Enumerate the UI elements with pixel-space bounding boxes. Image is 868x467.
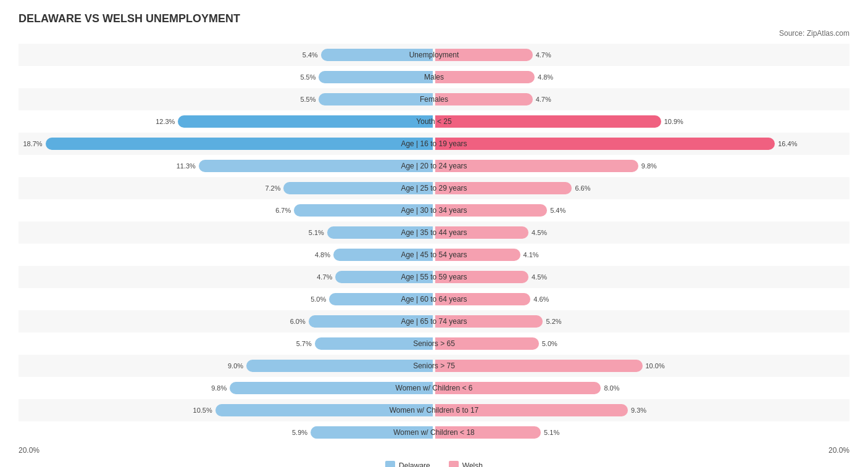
chart-row: 4.7%4.5%Age | 55 to 59 years [19,266,849,288]
legend-welsh: Welsh [449,461,483,467]
value-right: 9.8% [641,162,657,170]
bar-blue [178,115,433,128]
bar-blue [321,49,433,61]
bar-pink [435,226,528,239]
value-left: 6.0% [290,318,306,325]
bar-pink [435,204,547,217]
value-left: 5.1% [309,229,324,236]
value-right: 10.0% [646,362,665,370]
legend-delaware-label: Delaware [399,461,430,467]
value-right: 4.7% [536,96,551,103]
bar-blue [215,404,433,416]
chart-row: 4.8%4.1%Age | 45 to 54 years [19,244,849,266]
bar-blue [319,71,433,83]
value-right: 8.0% [604,384,619,392]
bar-pink [435,382,601,394]
value-right: 4.8% [538,73,553,81]
value-left: 5.5% [300,96,315,103]
bar-pink [435,182,572,194]
chart-title: DELAWARE VS WELSH UNEMPLOYMENT [19,12,849,25]
bar-blue [294,204,433,217]
bar-blue [230,382,433,394]
bar-blue [309,315,433,328]
bar-blue [315,337,433,350]
bar-pink [435,93,533,105]
axis-row: 20.0% 20.0% [19,446,849,455]
bar-pink [435,115,661,128]
value-left: 5.9% [292,429,307,436]
chart-row: 12.3%10.9%Youth < 25 [19,110,849,133]
legend-delaware-box [385,461,395,467]
value-left: 18.7% [23,140,42,147]
bar-pink [435,138,775,150]
value-right: 16.4% [778,140,797,147]
bar-blue [319,93,433,105]
value-right: 4.6% [533,295,549,303]
chart-row: 18.7%16.4%Age | 16 to 19 years [19,133,849,155]
value-left: 5.5% [300,73,315,81]
value-right: 5.4% [550,207,565,214]
value-right: 9.3% [631,407,646,414]
value-right: 5.1% [544,429,559,436]
bar-blue [283,182,433,194]
chart-row: 9.0%10.0%Seniors > 75 [19,355,849,377]
value-left: 11.3% [177,162,196,170]
value-left: 10.5% [193,407,212,414]
chart-row: 11.3%9.8%Age | 20 to 24 years [19,155,849,177]
value-right: 4.5% [532,273,547,281]
chart-row: 6.7%5.4%Age | 30 to 34 years [19,199,849,221]
bar-pink [435,160,638,172]
value-right: 5.0% [542,340,557,347]
value-left: 9.0% [228,362,243,370]
source-label: Source: ZipAtlas.com [19,29,849,38]
legend-welsh-label: Welsh [462,461,483,467]
legend-delaware: Delaware [385,461,430,467]
bar-blue [46,138,433,150]
chart-row: 5.5%4.7%Females [19,88,849,110]
value-left: 5.7% [296,340,312,347]
chart-container: 5.4%4.7%Unemployment5.5%4.8%Males5.5%4.7… [19,44,849,444]
value-left: 7.2% [265,184,280,192]
chart-row: 5.1%4.5%Age | 35 to 44 years [19,221,849,244]
legend-welsh-box [449,461,459,467]
bar-pink [435,271,528,283]
value-right: 6.6% [575,184,590,192]
bar-pink [435,293,530,305]
value-left: 9.8% [211,384,227,392]
value-right: 10.9% [664,118,683,125]
value-right: 4.5% [532,229,547,236]
value-left: 6.7% [275,207,291,214]
axis-left-label: 20.0% [19,446,434,455]
bar-blue [335,271,433,283]
bar-pink [435,426,541,439]
chart-row: 9.8%8.0%Women w/ Children < 6 [19,377,849,399]
bar-pink [435,249,520,261]
value-left: 4.7% [317,273,332,281]
bar-pink [435,315,543,328]
bar-blue [311,426,433,439]
bar-pink [435,337,539,350]
chart-row: 7.2%6.6%Age | 25 to 29 years [19,177,849,199]
value-left: 12.3% [156,118,175,125]
chart-row: 5.0%4.6%Age | 60 to 64 years [19,288,849,310]
chart-row: 5.9%5.1%Women w/ Children < 18 [19,421,849,444]
chart-row: 10.5%9.3%Women w/ Children 6 to 17 [19,399,849,421]
bar-blue [199,160,433,172]
value-right: 5.2% [546,318,561,325]
bar-pink [435,49,533,61]
axis-right-label: 20.0% [434,446,849,455]
value-left: 4.8% [315,251,330,258]
bar-pink [435,71,535,83]
value-right: 4.7% [536,51,551,59]
value-left: 5.4% [303,51,318,59]
bar-blue [333,249,433,261]
chart-row: 5.4%4.7%Unemployment [19,44,849,66]
value-right: 4.1% [524,251,539,258]
bar-blue [327,226,433,239]
bar-pink [435,404,628,416]
chart-row: 5.5%4.8%Males [19,66,849,88]
bar-blue [329,293,433,305]
chart-row: 6.0%5.2%Age | 65 to 74 years [19,310,849,333]
bar-blue [246,360,433,372]
chart-row: 5.7%5.0%Seniors > 65 [19,333,849,355]
